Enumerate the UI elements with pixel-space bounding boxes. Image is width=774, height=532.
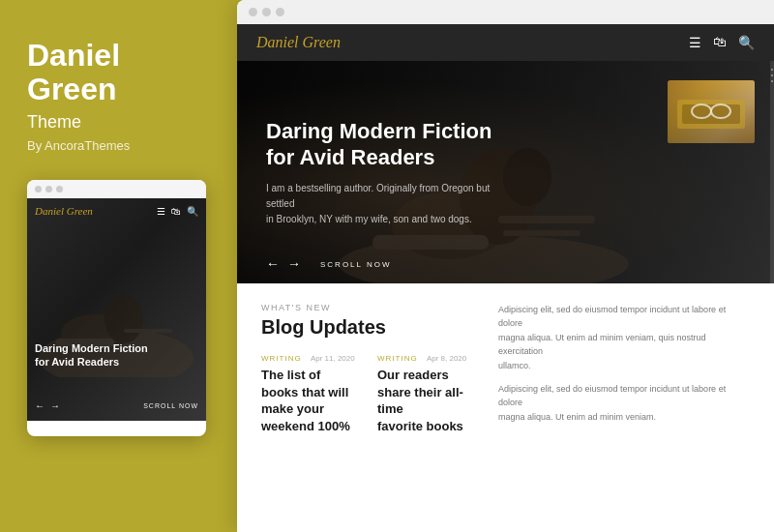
hero-arrows: ← →: [266, 256, 301, 272]
mobile-hero-title: Daring Modern Fiction for Avid Readers: [35, 341, 198, 369]
hero-prev-arrow[interactable]: ←: [266, 256, 280, 272]
hero-text-block: Daring Modern Fiction for Avid Readers I…: [237, 99, 547, 247]
svg-rect-4: [124, 329, 172, 333]
svg-point-2: [104, 295, 143, 343]
site-menu-icon[interactable]: ☰: [689, 35, 701, 51]
hero-section: Daring Modern Fiction for Avid Readers I…: [237, 61, 774, 283]
theme-subtitle: Theme: [27, 112, 210, 133]
blog-left-column: WHAT'S NEW Blog Updates WRITING Apr 11, …: [261, 303, 474, 434]
blog-desc-1: Adipiscing elit, sed do eiusmod tempor i…: [498, 303, 750, 372]
browser-dot-1: [249, 8, 257, 16]
post-col-1: WRITING Apr 11, 2020 The list of books t…: [261, 354, 358, 434]
browser-dot-2: [262, 8, 271, 16]
site-bag-icon[interactable]: 🛍: [713, 35, 727, 50]
post-2-title: Our readers share their all-time favorit…: [377, 367, 474, 434]
blog-section-title: Blog Updates: [261, 316, 474, 339]
hero-next-arrow[interactable]: →: [287, 256, 301, 272]
mobile-nav: Daniel Green ☰ 🛍 🔍: [27, 198, 206, 223]
hero-title: Daring Modern Fiction for Avid Readers: [266, 118, 518, 171]
hero-scrollbar: [770, 61, 774, 283]
mobile-dot-3: [56, 186, 63, 192]
site-search-icon[interactable]: 🔍: [738, 35, 755, 51]
hero-nav-bottom: ← → SCROLL NOW: [266, 256, 392, 272]
mobile-content: Daniel Green ☰ 🛍 🔍 Daring Modern Fiction…: [27, 198, 206, 421]
scrollbar-dot: [771, 69, 773, 71]
scrollbar-dot: [771, 74, 773, 76]
blog-right-column: Adipiscing elit, sed do eiusmod tempor i…: [498, 303, 750, 434]
blog-section: WHAT'S NEW Blog Updates WRITING Apr 11, …: [237, 283, 774, 454]
post-1-category: WRITING: [261, 354, 302, 363]
site-nav-icons: ☰ 🛍 🔍: [689, 35, 755, 51]
post-1-date: Apr 11, 2020: [311, 354, 355, 363]
mobile-prev-arrow[interactable]: ←: [35, 400, 45, 411]
post-2-date: Apr 8, 2020: [427, 354, 466, 363]
mobile-browser-bar: [27, 180, 206, 198]
mobile-hero-text: Daring Modern Fiction for Avid Readers: [35, 341, 198, 373]
mobile-arrows: ← →: [35, 400, 60, 411]
mobile-nav-icons: ☰ 🛍 🔍: [157, 206, 198, 217]
mobile-mockup: Daniel Green ☰ 🛍 🔍 Daring Modern Fiction…: [27, 180, 206, 436]
browser-dot-3: [276, 8, 284, 16]
hero-thumbnail: [668, 80, 755, 143]
browser-bar: [237, 0, 774, 24]
post-1-meta: WRITING Apr 11, 2020: [261, 354, 358, 363]
scrollbar-dot: [771, 80, 773, 82]
theme-by: By AncoraThemes: [27, 138, 210, 153]
mobile-dot-2: [45, 186, 52, 192]
post-col-2: WRITING Apr 8, 2020 Our readers share th…: [377, 354, 474, 434]
mobile-logo: Daniel Green: [35, 205, 93, 217]
blog-posts-grid: WRITING Apr 11, 2020 The list of books t…: [261, 354, 474, 434]
whats-new-label: WHAT'S NEW: [261, 303, 474, 312]
mobile-dot-1: [35, 186, 42, 192]
hero-thumb-image: [668, 80, 755, 143]
mobile-bag-icon: 🛍: [171, 206, 181, 217]
mobile-search-icon: 🔍: [187, 206, 198, 217]
hero-description: I am a bestselling author. Originally fr…: [266, 181, 518, 227]
post-2-meta: WRITING Apr 8, 2020: [377, 354, 474, 363]
blog-desc-2: Adipiscing elit, sed do eiusmod tempor i…: [498, 382, 750, 424]
post-2-category: WRITING: [377, 354, 418, 363]
hero-scroll-label: SCROLL NOW: [320, 260, 392, 269]
mobile-menu-icon: ☰: [157, 206, 165, 217]
mobile-next-arrow[interactable]: →: [50, 400, 60, 411]
left-panel: Daniel Green Theme By AncoraThemes Danie…: [0, 0, 237, 532]
browser-mockup: Daniel Green ☰ 🛍 🔍 Daring Modern Fiction…: [237, 0, 774, 532]
mobile-nav-bottom: ← → SCROLL NOW: [35, 400, 198, 411]
mobile-scroll-label: SCROLL NOW: [143, 402, 198, 409]
site-logo: Daniel Green: [256, 34, 341, 51]
post-1-title: The list of books that will make your we…: [261, 367, 358, 434]
theme-title: Daniel Green: [27, 39, 210, 106]
site-nav: Daniel Green ☰ 🛍 🔍: [237, 24, 774, 61]
